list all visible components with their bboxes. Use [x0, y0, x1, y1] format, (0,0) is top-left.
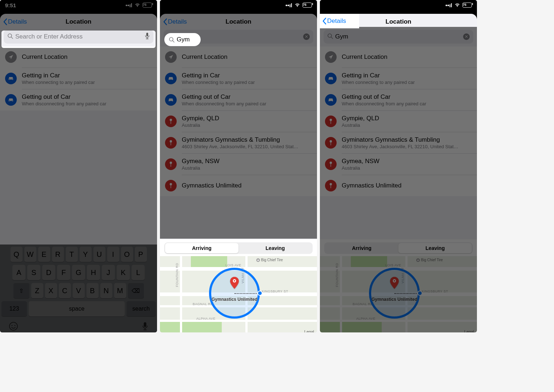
keyboard-row-3-letters: ZXCVBNM: [31, 283, 126, 298]
shift-key[interactable]: ⇧: [13, 283, 29, 298]
result-title: Gymea, NSW: [342, 158, 380, 165]
search-results: Gympie, QLDAustralia Gyminators Gymnasti…: [160, 111, 317, 196]
key-m[interactable]: M: [114, 283, 126, 298]
segment-leaving[interactable]: Leaving: [398, 243, 472, 253]
key-k[interactable]: K: [117, 265, 130, 280]
mic-icon[interactable]: [142, 322, 148, 332]
keyboard-row-2: ASDFGHJKL: [1, 265, 156, 280]
key-i[interactable]: I: [107, 247, 119, 262]
key-j[interactable]: J: [102, 265, 115, 280]
search-result[interactable]: Gymea, NSWAustralia: [320, 154, 477, 175]
segmented-arrive-leave[interactable]: Arriving Leaving: [164, 242, 313, 254]
search-input[interactable]: [335, 33, 461, 40]
map-pin-label: Gymnastics Unlimited: [372, 297, 417, 302]
status-bar: ••ıl 75: [320, 0, 477, 10]
row-getting-in-car[interactable]: Getting in CarWhen connecting to any pai…: [320, 68, 477, 89]
key-w[interactable]: W: [24, 247, 36, 262]
key-a[interactable]: A: [12, 265, 25, 280]
key-f[interactable]: F: [57, 265, 70, 280]
row-getting-out-car[interactable]: Getting out of CarWhen disconnecting fro…: [160, 89, 317, 110]
key-y[interactable]: Y: [80, 247, 92, 262]
segment-arriving[interactable]: Arriving: [325, 243, 398, 253]
key-q[interactable]: Q: [11, 247, 23, 262]
key-b[interactable]: B: [87, 283, 99, 298]
segment-leaving[interactable]: Leaving: [238, 243, 312, 253]
map-preview[interactable]: LOIS AVE KINGSBURY ST BAGNAL RD ALPHA AV…: [320, 256, 477, 332]
result-title: Gympie, QLD: [182, 115, 219, 122]
search-result[interactable]: Gymnastics Unlimited: [320, 175, 477, 196]
key-r[interactable]: R: [52, 247, 64, 262]
keyboard[interactable]: QWERTYUIOP ASDFGHJKL ⇧ ZXCVBNM ⌫ 123 spa…: [0, 245, 157, 332]
svg-point-9: [15, 325, 16, 326]
search-result[interactable]: Gymea, NSWAustralia: [160, 154, 317, 175]
result-sub: Australia: [342, 122, 379, 128]
key-o[interactable]: O: [121, 247, 133, 262]
key-l[interactable]: L: [132, 265, 145, 280]
result-title: Gyminators Gymnastics & Tumbling: [342, 136, 458, 144]
panel-2: ••ıl 75 Details Location ✕ Current Locat…: [160, 0, 317, 332]
row-getting-out-car[interactable]: Getting out of CarWhen disconnecting fro…: [320, 89, 477, 110]
result-title: Gymnastics Unlimited: [342, 182, 401, 189]
back-button[interactable]: Details: [163, 18, 187, 25]
row-getting-out-car[interactable]: Getting out of Car When disconnecting fr…: [0, 89, 157, 110]
key-g[interactable]: G: [72, 265, 85, 280]
cell-icon: ••ıl: [445, 2, 452, 8]
result-title: Gympie, QLD: [342, 115, 379, 122]
key-u[interactable]: U: [93, 247, 105, 262]
row-current-location[interactable]: Current Location: [160, 47, 317, 68]
space-key[interactable]: space: [29, 301, 125, 316]
result-sub: Australia: [182, 122, 219, 128]
key-c[interactable]: C: [59, 283, 71, 298]
clear-icon[interactable]: ✕: [463, 33, 470, 40]
quick-location-list: Current Location Getting in Car When con…: [0, 47, 157, 110]
result-title: Gyminators Gymnastics & Tumbling: [182, 136, 298, 144]
row-title: Current Location: [182, 53, 228, 61]
geofence-handle[interactable]: [257, 291, 262, 296]
row-title: Getting out of Car: [342, 93, 426, 101]
key-e[interactable]: E: [38, 247, 50, 262]
key-n[interactable]: N: [100, 283, 112, 298]
row-sub: When connecting to any paired car: [22, 80, 95, 85]
segmented-arrive-leave[interactable]: Arriving Leaving: [324, 242, 473, 254]
nav-header: Details Location: [0, 14, 157, 30]
backspace-key[interactable]: ⌫: [128, 283, 144, 298]
search-result[interactable]: Gyminators Gymnastics & Tumbling4603 Shi…: [320, 132, 477, 153]
row-getting-in-car[interactable]: Getting in CarWhen connecting to any pai…: [160, 68, 317, 89]
back-label: Details: [168, 18, 187, 25]
row-getting-in-car[interactable]: Getting in Car When connecting to any pa…: [0, 68, 157, 89]
svg-rect-10: [144, 322, 146, 327]
search-result[interactable]: Gympie, QLDAustralia: [320, 111, 477, 132]
geofence-handle[interactable]: [417, 291, 422, 296]
location-arrow-icon: [165, 51, 177, 63]
key-p[interactable]: P: [135, 247, 147, 262]
map-legal-link[interactable]: Legal: [464, 330, 474, 332]
map-preview[interactable]: LOIS AVE KINGSBURY ST BAGNAL RD ALPHA AV…: [160, 256, 317, 332]
numeric-key[interactable]: 123: [1, 301, 27, 316]
svg-point-3: [9, 79, 10, 80]
search-field[interactable]: ✕: [324, 30, 473, 44]
search-key[interactable]: search: [127, 301, 156, 316]
key-x[interactable]: X: [45, 283, 57, 298]
car-icon: [5, 73, 17, 84]
key-z[interactable]: Z: [31, 283, 43, 298]
segment-arriving[interactable]: Arriving: [165, 243, 238, 253]
emoji-icon[interactable]: [9, 322, 18, 332]
wifi-icon: [454, 2, 460, 8]
key-t[interactable]: T: [66, 247, 78, 262]
back-button[interactable]: Details: [3, 18, 27, 25]
key-v[interactable]: V: [73, 283, 85, 298]
key-d[interactable]: D: [42, 265, 55, 280]
row-current-location[interactable]: Current Location: [320, 47, 477, 68]
key-s[interactable]: S: [27, 265, 40, 280]
row-current-location[interactable]: Current Location: [0, 47, 157, 68]
row-title: Current Location: [342, 53, 388, 61]
search-result[interactable]: Gyminators Gymnastics & Tumbling4603 Shi…: [160, 132, 317, 153]
clear-icon[interactable]: ✕: [303, 33, 310, 40]
svg-line-24: [173, 41, 174, 42]
search-result[interactable]: Gympie, QLDAustralia: [160, 111, 317, 132]
key-h[interactable]: H: [87, 265, 100, 280]
location-arrow-icon: [5, 51, 17, 63]
search-result[interactable]: Gymnastics Unlimited: [160, 175, 317, 196]
back-label: Details: [8, 18, 27, 25]
map-legal-link[interactable]: Legal: [304, 330, 314, 332]
